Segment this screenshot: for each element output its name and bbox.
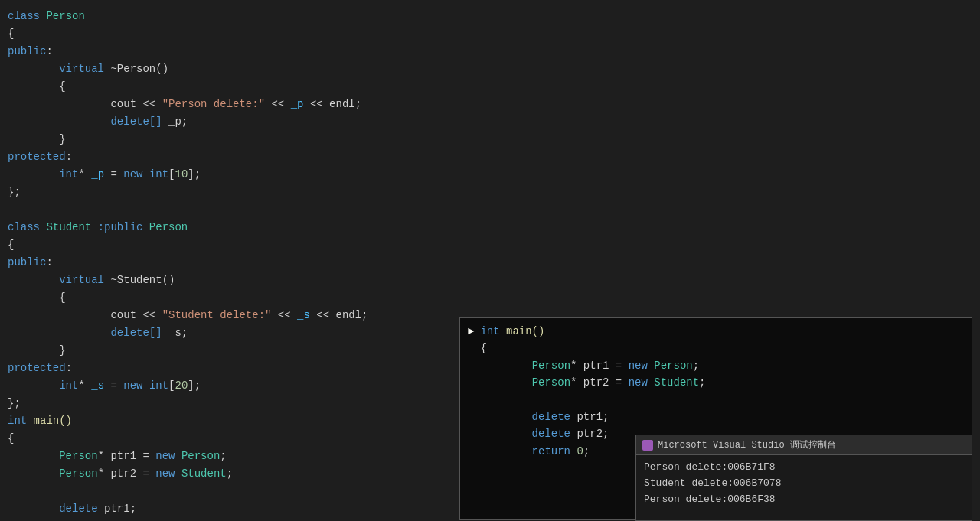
console-line: Person delete:006B6F38	[644, 492, 964, 508]
code-line: virtual ~Student()	[0, 272, 980, 289]
console-title: Microsoft Visual Studio 调试控制台	[658, 438, 836, 451]
code-line: public:	[0, 43, 980, 60]
overlay-line: |	[468, 392, 964, 409]
vs-icon	[642, 440, 653, 451]
code-line: {	[0, 289, 980, 307]
overlay-line: ►int main()	[468, 323, 964, 340]
code-line: protected:	[0, 148, 980, 166]
code-line: };	[0, 184, 980, 201]
code-line: virtual ~Person()	[0, 60, 980, 78]
code-line: }	[0, 131, 980, 148]
overlay-line: | Person* ptr2 = new Student;	[468, 374, 964, 391]
code-line: {	[0, 25, 980, 43]
console-line: Person delete:006B71F8	[644, 460, 964, 476]
overlay-line: | Person* ptr1 = new Person;	[468, 357, 964, 374]
code-line: class Student :public Person	[0, 219, 980, 236]
code-line: public:	[0, 254, 980, 272]
code-line: class Person	[0, 8, 980, 25]
code-line: {	[0, 78, 980, 96]
code-line: cout << "Person delete:" << _p << endl;	[0, 96, 980, 113]
code-line: int* _p = new int[10];	[0, 166, 980, 184]
code-line: delete[] _p;	[0, 113, 980, 131]
code-line	[0, 201, 980, 219]
console-output: Person delete:006B71F8Student delete:006…	[636, 455, 972, 512]
console-panel: Microsoft Visual Studio 调试控制台 Person del…	[635, 435, 972, 521]
console-line: Student delete:006B7078	[644, 476, 964, 492]
overlay-line: |{	[468, 340, 964, 357]
code-line: {	[0, 236, 980, 254]
overlay-line: | delete ptr1;	[468, 409, 964, 425]
console-title-bar: Microsoft Visual Studio 调试控制台	[636, 435, 972, 455]
